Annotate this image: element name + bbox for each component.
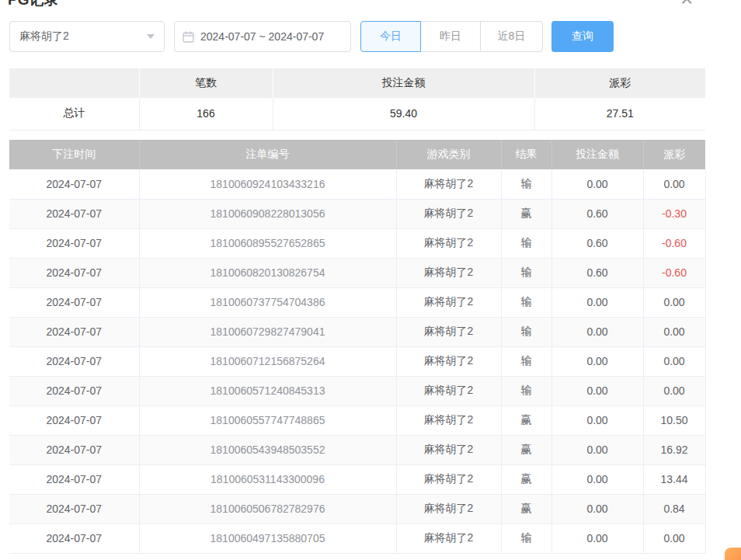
bet-id-cell: 1810060543948503552 — [139, 435, 396, 464]
result-cell: 赢 — [501, 494, 551, 523]
table-row: 2024-07-071810060737754704386麻将胡了2输0.000… — [9, 287, 705, 317]
game-type-cell: 麻将胡了2 — [396, 435, 501, 464]
game-type-cell: 麻将胡了2 — [396, 405, 501, 435]
game-select[interactable]: 麻将胡了2 — [9, 21, 165, 52]
bet-amount-cell: 0.00 — [551, 523, 643, 553]
quick-button-yesterday[interactable]: 昨日 — [420, 21, 481, 52]
bet-time-cell: 2024-07-07 — [9, 169, 139, 199]
bet-records-table: 下注时间 注单编号 游戏类别 结果 投注金额 派彩 2024-07-071810… — [9, 140, 706, 554]
records-modal: PG记录 × 麻将胡了2 2024-07-07 ~ 2024-07-07 今日 … — [0, 0, 741, 560]
customer-service-widget[interactable] — [725, 548, 741, 560]
date-range-picker[interactable]: 2024-07-07 ~ 2024-07-07 — [174, 21, 351, 52]
bet-id-cell: 1810060895527652865 — [139, 228, 396, 258]
game-select-value: 麻将胡了2 — [19, 30, 69, 43]
header-game-type: 游戏类别 — [396, 140, 501, 169]
payout-cell: 0.00 — [643, 169, 705, 199]
bet-id-cell: 1810060531143300096 — [139, 464, 396, 494]
bet-amount-cell: 0.00 — [551, 405, 643, 435]
table-row: 2024-07-071810060924103433216麻将胡了2输0.000… — [9, 169, 705, 199]
bet-id-cell: 1810060497135880705 — [139, 523, 396, 553]
game-type-cell: 麻将胡了2 — [396, 317, 501, 346]
calendar-icon — [183, 31, 194, 43]
quick-button-last8days[interactable]: 近8日 — [480, 21, 543, 52]
game-type-cell: 麻将胡了2 — [396, 523, 501, 553]
table-row: 2024-07-071810060820130826754麻将胡了2输0.60-… — [9, 258, 705, 287]
bet-time-cell: 2024-07-07 — [9, 405, 139, 435]
header-bet-time: 下注时间 — [9, 140, 139, 169]
payout-cell: 0.00 — [643, 287, 705, 317]
bet-time-cell: 2024-07-07 — [9, 376, 139, 405]
payout-cell: 16.92 — [643, 435, 705, 464]
payout-cell: 10.50 — [643, 405, 705, 435]
payout-cell: 13.44 — [643, 464, 705, 494]
chevron-down-icon — [147, 34, 155, 39]
quick-range-group: 今日 昨日 近8日 — [360, 21, 543, 52]
bet-time-cell: 2024-07-07 — [9, 287, 139, 317]
payout-cell: 0.84 — [643, 494, 705, 523]
bet-time-cell: 2024-07-07 — [9, 258, 139, 287]
table-row: 2024-07-071810060557747748865麻将胡了2赢0.001… — [9, 405, 705, 435]
bet-time-cell: 2024-07-07 — [9, 523, 139, 553]
summary-header-payout: 派彩 — [534, 68, 705, 98]
bet-time-cell: 2024-07-07 — [9, 435, 139, 464]
game-type-cell: 麻将胡了2 — [396, 228, 501, 258]
summary-header-row: 笔数 投注金额 派彩 — [9, 68, 705, 98]
bet-amount-cell: 0.00 — [551, 317, 643, 346]
bet-table-header-row: 下注时间 注单编号 游戏类别 结果 投注金额 派彩 — [9, 140, 705, 169]
table-row: 2024-07-071810060908228013056麻将胡了2赢0.60-… — [9, 199, 705, 228]
table-row: 2024-07-071810060543948503552麻将胡了2赢0.001… — [9, 435, 705, 464]
game-type-cell: 麻将胡了2 — [396, 376, 501, 405]
bet-id-cell: 1810060820130826754 — [139, 258, 396, 287]
header-bet-id: 注单编号 — [139, 140, 396, 169]
close-icon[interactable]: × — [680, 0, 693, 10]
summary-total-count: 166 — [139, 98, 273, 130]
result-cell: 赢 — [501, 199, 551, 228]
result-cell: 输 — [501, 317, 551, 346]
bet-amount-cell: 0.00 — [551, 169, 643, 199]
summary-header-bet-amount: 投注金额 — [273, 68, 534, 98]
payout-cell: -0.30 — [643, 199, 705, 228]
modal-title: PG记录 — [8, 0, 58, 10]
game-type-cell: 麻将胡了2 — [396, 199, 501, 228]
bet-time-cell: 2024-07-07 — [9, 464, 139, 494]
result-cell: 输 — [501, 346, 551, 376]
bet-id-cell: 1810060729827479041 — [139, 317, 396, 346]
bet-amount-cell: 0.00 — [551, 494, 643, 523]
summary-total-payout: 27.51 — [534, 98, 705, 130]
bet-amount-cell: 0.00 — [551, 464, 643, 494]
table-row: 2024-07-071810060712156875264麻将胡了2输0.000… — [9, 346, 705, 376]
game-type-cell: 麻将胡了2 — [396, 287, 501, 317]
game-type-cell: 麻将胡了2 — [396, 169, 501, 199]
table-row: 2024-07-071810060571240845313麻将胡了2输0.000… — [9, 376, 705, 405]
summary-total-bet-amount: 59.40 — [273, 98, 534, 130]
bet-time-cell: 2024-07-07 — [9, 228, 139, 258]
result-cell: 赢 — [501, 405, 551, 435]
bet-time-cell: 2024-07-07 — [9, 346, 139, 376]
quick-button-today[interactable]: 今日 — [360, 21, 421, 52]
summary-total-row: 总计 166 59.40 27.51 — [9, 98, 705, 130]
date-range-value: 2024-07-07 ~ 2024-07-07 — [200, 30, 324, 43]
result-cell: 赢 — [501, 435, 551, 464]
payout-cell: -0.60 — [643, 228, 705, 258]
result-cell: 输 — [501, 258, 551, 287]
table-row: 2024-07-071810060506782782976麻将胡了2赢0.000… — [9, 494, 705, 523]
bet-amount-cell: 0.00 — [551, 287, 643, 317]
search-button[interactable]: 查询 — [551, 21, 614, 52]
result-cell: 输 — [501, 287, 551, 317]
game-type-cell: 麻将胡了2 — [396, 494, 501, 523]
bet-amount-cell: 0.00 — [551, 346, 643, 376]
summary-table: 笔数 投注金额 派彩 总计 166 59.40 27.51 — [9, 68, 705, 130]
bet-amount-cell: 0.60 — [551, 258, 643, 287]
bet-amount-cell: 0.00 — [551, 376, 643, 405]
header-bet-amount: 投注金额 — [551, 140, 643, 169]
payout-cell: 0.00 — [643, 523, 705, 553]
result-cell: 输 — [501, 376, 551, 405]
table-row: 2024-07-071810060497135880705麻将胡了2输0.000… — [9, 523, 705, 553]
bet-id-cell: 1810060737754704386 — [139, 287, 396, 317]
result-cell: 输 — [501, 228, 551, 258]
table-row: 2024-07-071810060729827479041麻将胡了2输0.000… — [9, 317, 705, 346]
game-type-cell: 麻将胡了2 — [396, 464, 501, 494]
bet-amount-cell: 0.60 — [551, 228, 643, 258]
payout-cell: 0.00 — [643, 376, 705, 405]
payout-cell: 0.00 — [643, 346, 705, 376]
